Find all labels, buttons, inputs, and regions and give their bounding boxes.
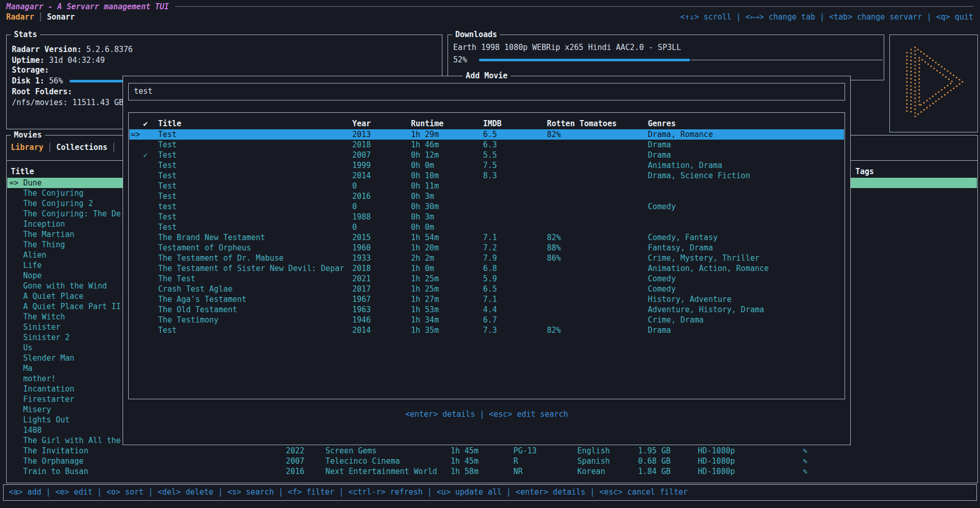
result-title: Crash Test Aglae xyxy=(158,284,233,294)
add-movie-search-input[interactable] xyxy=(133,86,840,96)
result-runtime: 0h 12m xyxy=(411,150,439,160)
movie-title: Incantation xyxy=(23,384,74,394)
result-title: The Testament of Dr. Mabuse xyxy=(158,253,284,263)
footer-keybind-bar: <a> add | <e> edit | <o> sort | <del> de… xyxy=(3,484,977,501)
result-year: 2021 xyxy=(352,274,371,284)
search-result-row[interactable]: Test 2014 0h 10m 8.3 Drama, Science Fict… xyxy=(129,171,844,181)
result-imdb: 7.9 xyxy=(483,253,497,263)
managarr-screen: Managarr - A Servarr management TUI Rada… xyxy=(0,0,980,508)
tab-library[interactable]: Library xyxy=(11,143,43,152)
movie-row[interactable]: The Orphanage 2007 Telecinco Cinema 1h 4… xyxy=(7,456,977,466)
movie-title: Ma xyxy=(23,363,32,374)
result-runtime: 0h 30m xyxy=(411,201,439,212)
download-percent: 52% xyxy=(453,55,467,64)
search-result-row[interactable]: Test 0 0h 0m xyxy=(129,222,844,232)
result-rotten-tomatoes: 86% xyxy=(547,253,561,263)
download-progress-track xyxy=(691,60,883,60)
result-imdb: 6.3 xyxy=(483,140,497,150)
search-result-row[interactable]: Testament of Orpheus 1960 1h 20m 7.2 88%… xyxy=(129,243,844,253)
result-imdb: 7.3 xyxy=(483,325,497,335)
search-result-row[interactable]: test 0 0h 30m Comedy xyxy=(129,201,844,212)
result-runtime: 1h 25m xyxy=(411,274,439,284)
movie-row[interactable]: The Invitation 2022 Screen Gems 1h 45m P… xyxy=(7,446,977,456)
search-result-row[interactable]: Test 1999 0h 0m 7.5 Animation, Drama xyxy=(129,160,844,171)
search-result-row[interactable]: The Testament of Sister New Devil: Depar… xyxy=(129,263,844,274)
result-title: The Old Testament xyxy=(158,304,237,315)
result-year: 1963 xyxy=(352,304,371,315)
result-title: Test xyxy=(158,171,177,181)
search-result-row[interactable]: The Testimony 1946 1h 34m 6.7 Crime, Dra… xyxy=(129,315,844,325)
movie-size: 0.68 GB xyxy=(638,456,670,466)
movie-language: Korean xyxy=(577,466,605,477)
storage-line: Storage: xyxy=(12,65,49,75)
result-title: Test xyxy=(158,140,177,150)
movie-title: Inception xyxy=(23,219,65,229)
edit-pencil-icon: ✎ xyxy=(803,446,807,456)
movie-row[interactable]: Train to Busan 2016 Next Entertainment W… xyxy=(7,466,977,477)
search-result-row[interactable]: The Brand New Testament 2015 1h 54m 7.1 … xyxy=(129,232,844,243)
storage-label: Storage: xyxy=(12,65,49,75)
add-movie-modal: Add Movie ✔ Title Year Runtime IMDB Rott… xyxy=(123,76,851,445)
movie-title: Firestarter xyxy=(23,394,74,404)
search-result-row[interactable]: Test 1988 0h 3m xyxy=(129,212,844,222)
search-result-row[interactable]: The Aga's Testament 1967 1h 27m 7.1 Hist… xyxy=(129,294,844,304)
result-genres: Drama xyxy=(648,140,671,150)
global-keybinds: <↑↓> scroll | <←→> change tab | <tab> ch… xyxy=(680,12,973,22)
tab-sonarr[interactable]: Sonarr xyxy=(47,12,75,22)
search-result-row[interactable]: Test 2014 1h 35m 7.3 82% Drama xyxy=(129,325,844,335)
column-header-imdb: IMDB xyxy=(483,118,502,129)
result-genres: Adventure, History, Drama xyxy=(648,304,764,315)
column-header-title: Title xyxy=(158,118,181,129)
search-result-row[interactable]: => Test 2013 1h 29m 6.5 82% Drama, Roman… xyxy=(129,129,844,140)
search-result-row[interactable]: Crash Test Aglae 2017 1h 25m 6.5 Comedy xyxy=(129,284,844,294)
result-year: 1933 xyxy=(352,253,371,263)
radarr-version-line: Radarr Version: 5.2.6.8376 xyxy=(12,44,133,55)
movie-title: A Quiet Place xyxy=(23,291,83,301)
movie-size: 1.95 GB xyxy=(638,446,670,456)
movie-title: Dune xyxy=(23,178,42,188)
search-result-row[interactable]: Test 2016 0h 3m xyxy=(129,191,844,201)
result-genres: Animation, Drama xyxy=(648,160,723,171)
tab-collections[interactable]: Collections xyxy=(56,143,107,152)
search-result-row[interactable]: ✓ Test 2007 0h 12m 5.5 Drama xyxy=(129,150,844,160)
result-year: 0 xyxy=(352,181,357,191)
movie-title: Slender Man xyxy=(23,353,74,363)
add-movie-results-table: ✔ Title Year Runtime IMDB Rotten Tomatoe… xyxy=(128,112,845,399)
result-runtime: 1h 29m xyxy=(411,129,439,140)
downloads-panel: Downloads Earth 1998 1080p WEBRip x265 H… xyxy=(448,35,884,80)
tab-divider: │ xyxy=(112,143,116,152)
column-header-tags: Tags xyxy=(855,166,874,177)
uptime-line: Uptime: 31d 04:32:49 xyxy=(12,55,105,65)
result-genres: Drama xyxy=(648,150,671,160)
result-year: 1946 xyxy=(352,315,371,325)
movie-certification: PG-13 xyxy=(513,446,537,456)
search-result-row[interactable]: The Testament of Dr. Mabuse 1933 2h 2m 7… xyxy=(129,253,844,263)
result-year: 2015 xyxy=(352,232,371,243)
movie-quality: HD-1080p xyxy=(698,446,735,456)
edit-pencil-icon: ✎ xyxy=(803,466,807,477)
result-title: Test xyxy=(158,212,177,222)
version-value: 5.2.6.8376 xyxy=(87,45,133,54)
result-genres: Comedy xyxy=(648,284,676,294)
search-result-row[interactable]: Test 0 0h 11m xyxy=(129,181,844,191)
result-runtime: 0h 3m xyxy=(411,191,434,201)
download-progress-line: 52% xyxy=(453,55,879,65)
tab-radarr[interactable]: Radarr xyxy=(6,12,34,22)
movie-title: The Martian xyxy=(23,229,74,240)
movie-title: The Girl with All the xyxy=(23,435,121,446)
movie-title: The Orphanage xyxy=(23,456,83,466)
result-genres: Crime, Mystery, Thriller xyxy=(648,253,760,263)
add-movie-keybinds: <enter> details | <esc> edit search xyxy=(123,409,850,419)
movie-title: Misery xyxy=(23,404,51,415)
column-header-year: Year xyxy=(352,118,371,129)
search-result-row[interactable]: The Old Testament 1963 1h 53m 4.4 Advent… xyxy=(129,304,844,315)
root-folders-line: Root Folders: xyxy=(12,87,72,97)
result-genres: Crime, Drama xyxy=(648,315,703,325)
search-result-row[interactable]: Test 2018 1h 46m 6.3 Drama xyxy=(129,140,844,150)
result-genres: Drama, Science Fiction xyxy=(648,171,750,181)
add-movie-results: => Test 2013 1h 29m 6.5 82% Drama, Roman… xyxy=(129,129,844,335)
movie-certification: R xyxy=(513,456,518,466)
search-result-row[interactable]: The Test 2021 1h 25m 5.9 Comedy xyxy=(129,274,844,284)
movie-quality: HD-1080p xyxy=(698,456,735,466)
column-header-genres: Genres xyxy=(648,118,676,129)
